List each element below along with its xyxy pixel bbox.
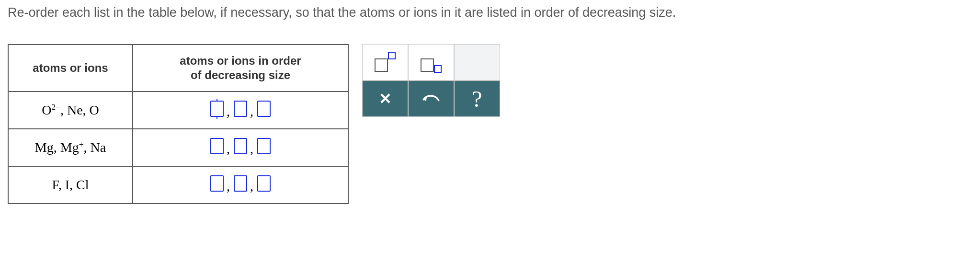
atom-species: Mg [35,140,54,155]
atom-species: Ne [67,103,83,117]
superscript-button[interactable] [362,44,408,80]
entry-slot[interactable] [234,101,247,117]
atoms-cell: O2−, Ne, O [8,91,133,129]
atom-charge: + [79,140,84,149]
atom-species: O [90,103,99,117]
help-icon: ? [472,86,482,112]
instruction-text: Re-order each list in the table below, i… [8,4,972,21]
atoms-cell: F, I, Cl [8,166,133,204]
comma-separator: , [250,179,254,194]
table-row: F, I, Cl,, [8,166,348,204]
entry-slot[interactable] [210,138,224,154]
entry-slot[interactable] [257,138,271,154]
undo-icon [421,92,441,105]
comma-separator: , [250,141,254,157]
atom-species: I [65,177,69,192]
order-cell: ,, [133,91,348,129]
atom-species: F [52,177,58,192]
atom-species: O2− [42,103,60,117]
close-icon: ✕ [379,90,392,108]
order-cell: ,, [133,166,348,204]
entry-slot[interactable] [257,101,271,117]
header-atoms: atoms or ions [8,45,133,91]
atoms-label: Mg, Mg+, Na [35,140,106,155]
atom-species: Na [90,140,106,155]
comma-separator: , [227,104,231,119]
atom-charge: 2− [51,103,60,112]
entry-slots: ,, [210,175,271,192]
entry-slots: ,, [210,138,271,154]
table-row: Mg, Mg+, Na,, [8,129,348,166]
clear-button[interactable]: ✕ [362,80,408,117]
entry-slot[interactable] [210,101,224,117]
header-order-line1: atoms or ions in order [180,54,301,67]
help-button[interactable]: ? [454,80,500,117]
atoms-table: atoms or ions atoms or ions in order of … [8,44,349,204]
order-cell: ,, [133,129,348,166]
atoms-cell: Mg, Mg+, Na [8,129,133,166]
entry-slot[interactable] [234,175,247,192]
tool-panel: ✕ ? [362,44,500,117]
atom-species: Mg+ [60,140,84,155]
superscript-icon [375,53,396,72]
atom-species: Cl [76,177,89,192]
atoms-label: O2−, Ne, O [42,103,99,117]
entry-slot[interactable] [257,175,271,192]
comma-separator: , [227,141,231,157]
tool-empty-cell [454,44,500,80]
undo-button[interactable] [408,80,454,117]
subscript-button[interactable] [408,44,454,80]
entry-slot[interactable] [234,138,247,154]
header-order: atoms or ions in order of decreasing siz… [133,45,348,91]
comma-separator: , [250,104,254,119]
header-order-line2: of decreasing size [191,69,290,81]
entry-slots: ,, [210,101,271,117]
content-row: atoms or ions atoms or ions in order of … [8,44,972,204]
subscript-icon [421,53,442,72]
comma-separator: , [227,179,231,194]
table-row: O2−, Ne, O,, [8,91,348,129]
entry-slot[interactable] [210,175,224,192]
atoms-label: F, I, Cl [52,177,89,192]
